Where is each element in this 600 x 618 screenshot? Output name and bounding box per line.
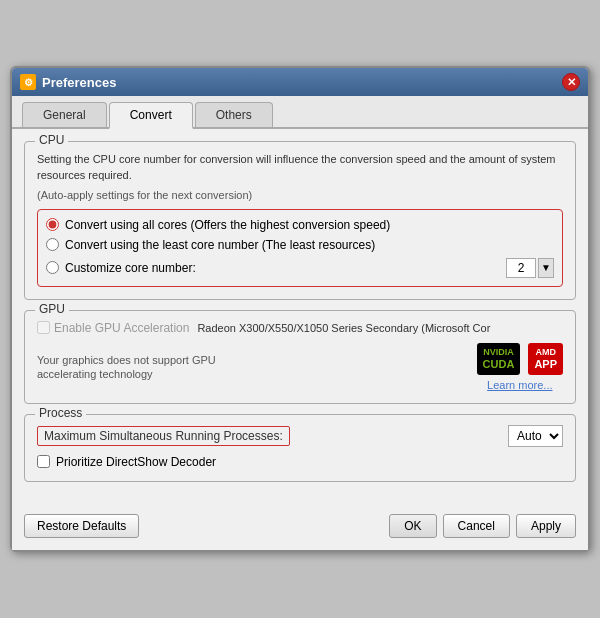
main-content: CPU Setting the CPU core number for conv… [12, 129, 588, 504]
cpu-option-customize-row: Customize core number: ▼ [46, 258, 554, 278]
directshow-input[interactable] [37, 455, 50, 468]
gpu-device-name: Radeon X300/X550/X1050 Series Secondary … [197, 322, 563, 334]
nvidia-label: NVIDIA [483, 347, 514, 358]
gpu-bottom-row: Your graphics does not support GPU accel… [37, 343, 563, 391]
preferences-window: ⚙ Preferences ✕ General Convert Others C… [10, 66, 590, 552]
cpu-option-least[interactable]: Convert using the least core number (The… [46, 238, 554, 252]
process-group-label: Process [35, 406, 86, 420]
tab-bar: General Convert Others [12, 96, 588, 129]
learn-more-link[interactable]: Learn more... [487, 379, 552, 391]
process-select-wrapper: Auto 1 2 3 [508, 425, 563, 447]
cpu-option-customize[interactable]: Customize core number: [46, 261, 500, 275]
gpu-logos-area: NVIDIA CUDA AMD APP Learn more... [477, 343, 563, 391]
process-max-select[interactable]: Auto 1 2 3 [508, 425, 563, 447]
process-content: Maximum Simultaneous Running Processes: … [37, 425, 563, 469]
gpu-enable-checkbox[interactable]: Enable GPU Acceleration [37, 321, 189, 335]
cpu-option-customize-label: Customize core number: [65, 261, 196, 275]
tab-convert[interactable]: Convert [109, 102, 193, 129]
amd-logo: AMD APP [528, 343, 563, 375]
core-spin-down[interactable]: ▼ [538, 258, 554, 278]
app-icon: ⚙ [20, 74, 36, 90]
gpu-group-label: GPU [35, 302, 69, 316]
cuda-label: CUDA [483, 358, 515, 371]
cpu-radio-least[interactable] [46, 238, 59, 251]
cpu-radio-customize[interactable] [46, 261, 59, 274]
cpu-group-label: CPU [35, 133, 68, 147]
gpu-enable-label: Enable GPU Acceleration [54, 321, 189, 335]
title-bar: ⚙ Preferences ✕ [12, 68, 588, 96]
gpu-group: GPU Enable GPU Acceleration Radeon X300/… [24, 310, 576, 404]
auto-apply-text: (Auto-apply settings for the next conver… [37, 189, 563, 201]
process-max-label: Maximum Simultaneous Running Processes: [37, 426, 290, 446]
core-number-field[interactable] [506, 258, 536, 278]
gpu-no-support-text: Your graphics does not support GPU accel… [37, 353, 217, 382]
tab-general[interactable]: General [22, 102, 107, 127]
window-title: Preferences [42, 75, 116, 90]
apply-button[interactable]: Apply [516, 514, 576, 538]
cpu-description: Setting the CPU core number for conversi… [37, 152, 563, 183]
cancel-button[interactable]: Cancel [443, 514, 510, 538]
gpu-logos: NVIDIA CUDA AMD APP [477, 343, 563, 375]
app-label: APP [534, 358, 557, 371]
nvidia-logo: NVIDIA CUDA [477, 343, 521, 375]
tab-others[interactable]: Others [195, 102, 273, 127]
cpu-option-all-cores-label: Convert using all cores (Offers the high… [65, 218, 390, 232]
bottom-bar: Restore Defaults OK Cancel Apply [12, 504, 588, 550]
core-number-input: ▼ [506, 258, 554, 278]
cpu-radio-group: Convert using all cores (Offers the high… [37, 209, 563, 287]
process-max-row: Maximum Simultaneous Running Processes: … [37, 425, 563, 447]
restore-defaults-button[interactable]: Restore Defaults [24, 514, 139, 538]
process-group: Process Maximum Simultaneous Running Pro… [24, 414, 576, 482]
amd-label: AMD [535, 347, 556, 358]
close-button[interactable]: ✕ [562, 73, 580, 91]
gpu-content: Enable GPU Acceleration Radeon X300/X550… [37, 321, 563, 391]
cpu-group: CPU Setting the CPU core number for conv… [24, 141, 576, 300]
cpu-option-least-label: Convert using the least core number (The… [65, 238, 375, 252]
cpu-radio-all-cores[interactable] [46, 218, 59, 231]
gpu-enable-input[interactable] [37, 321, 50, 334]
cpu-option-all-cores[interactable]: Convert using all cores (Offers the high… [46, 218, 554, 232]
directshow-label: Prioritize DirectShow Decoder [56, 455, 216, 469]
directshow-checkbox[interactable]: Prioritize DirectShow Decoder [37, 455, 563, 469]
action-buttons: OK Cancel Apply [389, 514, 576, 538]
ok-button[interactable]: OK [389, 514, 436, 538]
gpu-top-row: Enable GPU Acceleration Radeon X300/X550… [37, 321, 563, 335]
